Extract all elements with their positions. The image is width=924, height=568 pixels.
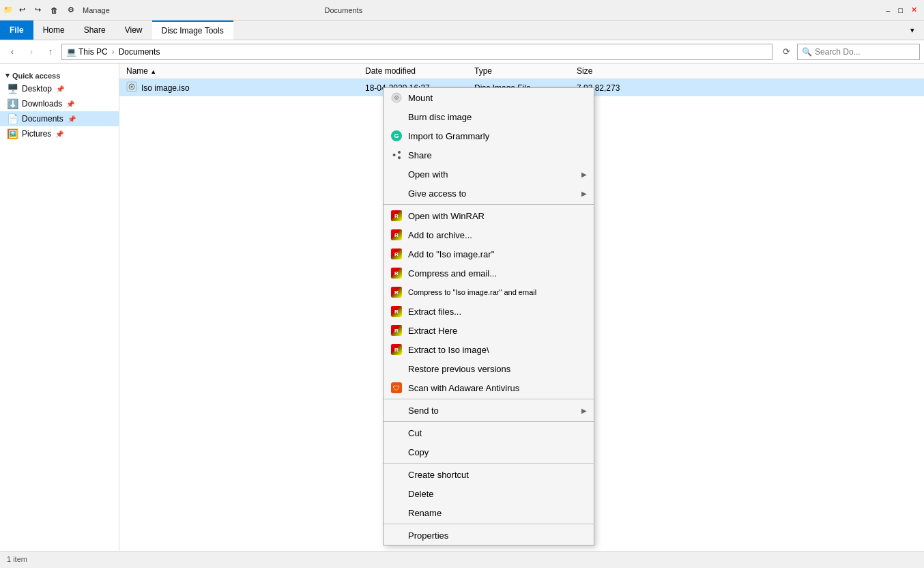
cm-item-grammarly[interactable]: G Import to Grammarly	[384, 126, 594, 145]
cm-item-burn[interactable]: Burn disc image	[384, 107, 594, 126]
separator-5	[384, 524, 594, 524]
path-thispc: This PC	[78, 47, 108, 57]
documents-icon: 📄	[7, 113, 18, 124]
svg-point-5	[396, 97, 397, 98]
cm-item-rename[interactable]: Rename	[384, 503, 594, 522]
col-header-size[interactable]: Size	[570, 66, 638, 76]
cm-item-mount[interactable]: Mount	[384, 88, 594, 107]
cm-shortcut-label: Create shortcut	[408, 470, 587, 480]
cm-mount-label: Mount	[408, 93, 587, 103]
cm-item-compress-email[interactable]: R Compress and email...	[384, 264, 594, 283]
cm-add-archive-label: Add to archive...	[408, 230, 587, 240]
quickaccess-label: Quick access	[12, 72, 60, 80]
cm-item-open-winrar[interactable]: R Open with WinRAR	[384, 206, 594, 225]
separator-2	[384, 399, 594, 399]
cm-cut-label: Cut	[408, 428, 587, 438]
cm-compress-email2-label: Compress to "Iso image.rar" and email	[408, 288, 587, 296]
downloads-icon: ⬇️	[7, 98, 18, 109]
winrar-icon-3: R	[390, 248, 403, 260]
cm-item-properties[interactable]: Properties	[384, 526, 594, 545]
cm-item-copy[interactable]: Copy	[384, 442, 594, 462]
cm-item-give-access[interactable]: Give access to ▶	[384, 184, 594, 203]
cm-item-compress-email2[interactable]: R Compress to "Iso image.rar" and email	[384, 283, 594, 302]
ribbon-controls: ▾	[901, 20, 924, 40]
cm-extract-files-label: Extract files...	[408, 307, 587, 317]
cm-extract-here-label: Extract Here	[408, 326, 587, 336]
forward-button[interactable]: ›	[23, 44, 40, 60]
cm-item-share[interactable]: Share	[384, 145, 594, 165]
col-header-date[interactable]: Date modified	[358, 66, 467, 76]
cm-delete-label: Delete	[408, 489, 587, 499]
separator-4	[384, 463, 594, 464]
tab-share[interactable]: Share	[74, 20, 115, 40]
cm-item-cut[interactable]: Cut	[384, 423, 594, 442]
open-with-arrow: ▶	[581, 171, 587, 178]
winrar-icon-1: R	[390, 210, 403, 222]
close-button[interactable]: ✕	[907, 4, 921, 16]
refresh-button[interactable]: ⟳	[778, 44, 794, 60]
desktop-icon: 🖥️	[7, 83, 18, 94]
sidebar-item-downloads[interactable]: ⬇️ Downloads 📌	[0, 96, 119, 111]
redo-button[interactable]: ↪	[31, 4, 45, 16]
cm-item-extract-files[interactable]: R Extract files...	[384, 302, 594, 321]
search-icon: 🔍	[802, 47, 812, 57]
cm-item-restore[interactable]: Restore previous versions	[384, 359, 594, 378]
cut-icon	[390, 427, 403, 439]
give-access-arrow: ▶	[581, 190, 587, 197]
pin-icon-documents: 📌	[68, 115, 76, 123]
cm-item-send-to[interactable]: Send to ▶	[384, 401, 594, 420]
tab-disc[interactable]: Disc Image Tools	[152, 20, 233, 40]
properties-icon	[390, 529, 403, 541]
separator-3	[384, 421, 594, 422]
maximize-button[interactable]: □	[894, 4, 907, 16]
title-bar: 📁 ↩ ↪ 🗑 ⚙ Manage Documents – □ ✕	[0, 0, 924, 20]
tab-home[interactable]: Home	[33, 20, 74, 40]
winrar-icon-8: R	[390, 343, 403, 356]
pin-icon-downloads: 📌	[66, 100, 74, 108]
path-documents: Documents	[119, 47, 160, 57]
cm-extract-to-label: Extract to Iso image\	[408, 345, 587, 355]
tab-file[interactable]: File	[0, 20, 33, 40]
cm-send-to-label: Send to	[408, 406, 576, 416]
up-button[interactable]: ↑	[42, 44, 59, 60]
restore-icon	[390, 363, 403, 375]
ribbon-expand-button[interactable]: ▾	[906, 25, 919, 36]
cm-item-add-archive[interactable]: R Add to archive...	[384, 225, 594, 244]
rename-icon	[390, 507, 403, 519]
search-input[interactable]	[815, 47, 917, 57]
cm-open-with-label: Open with	[408, 169, 576, 180]
window-buttons: – □ ✕	[882, 4, 921, 16]
winrar-icon-6: R	[390, 305, 403, 317]
search-box[interactable]: 🔍	[797, 44, 920, 60]
sidebar-item-desktop[interactable]: 🖥️ Desktop 📌	[0, 81, 119, 96]
cm-item-open-with[interactable]: Open with ▶	[384, 165, 594, 184]
file-name-label: Iso image.iso	[141, 83, 190, 93]
file-name-cell: Iso image.iso	[119, 81, 358, 94]
cm-item-delete[interactable]: Delete	[384, 484, 594, 503]
sidebar-item-pictures[interactable]: 🖼️ Pictures 📌	[0, 126, 119, 141]
cm-share-label: Share	[408, 150, 587, 160]
sidebar-downloads-label: Downloads	[22, 99, 62, 109]
refresh-icon[interactable]: ⟳	[778, 44, 794, 60]
col-header-type[interactable]: Type	[467, 66, 570, 76]
computer-icon: 💻	[66, 47, 76, 57]
cm-item-extract-here[interactable]: R Extract Here	[384, 321, 594, 340]
address-path[interactable]: 💻 This PC › Documents	[61, 44, 773, 60]
expand-arrow: ▾	[5, 71, 10, 80]
delete-tb-button[interactable]: 🗑	[46, 5, 62, 16]
properties-tb-button[interactable]: ⚙	[63, 4, 78, 16]
sidebar-item-documents[interactable]: 📄 Documents 📌	[0, 111, 119, 126]
back-button[interactable]: ‹	[4, 44, 20, 60]
cm-item-scan[interactable]: 🛡 Scan with Adaware Antivirus	[384, 378, 594, 397]
copy-icon	[390, 446, 403, 458]
col-header-name[interactable]: Name ▲	[119, 66, 358, 76]
path-sep1: ›	[112, 47, 115, 57]
undo-button[interactable]: ↩	[15, 4, 29, 16]
cm-item-extract-to[interactable]: R Extract to Iso image\	[384, 340, 594, 359]
cm-item-shortcut[interactable]: Create shortcut	[384, 465, 594, 484]
burn-icon	[390, 111, 403, 123]
minimize-button[interactable]: –	[882, 4, 894, 16]
pictures-icon: 🖼️	[7, 128, 18, 139]
cm-item-add-iso-rar[interactable]: R Add to "Iso image.rar"	[384, 244, 594, 264]
tab-view[interactable]: View	[115, 20, 152, 40]
